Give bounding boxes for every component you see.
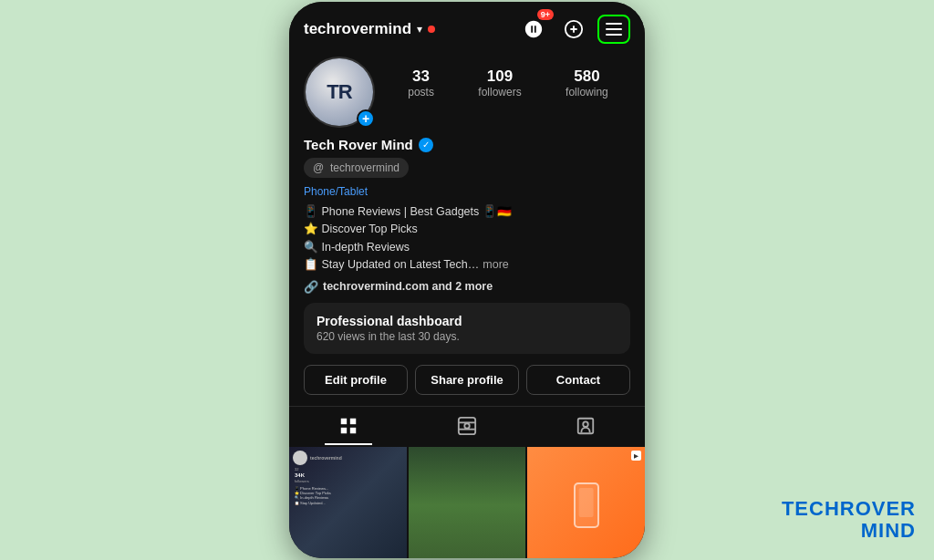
category: Phone/Tablet <box>304 185 630 198</box>
watermark-line1: TECHROVER <box>782 498 916 520</box>
avatar-add-story[interactable]: + <box>357 109 375 128</box>
username-row: techrovermind ▾ <box>304 20 435 38</box>
following-count: 580 <box>566 67 608 86</box>
following-label: following <box>566 86 608 99</box>
posts-label: posts <box>408 86 434 99</box>
posts-grid: techrovermind 32 34K followers 📱 Phone R… <box>289 447 645 559</box>
stat-followers[interactable]: 109 followers <box>478 67 521 99</box>
threads-logo-icon: @ <box>313 161 326 174</box>
dashboard-card[interactable]: Professional dashboard 620 views in the … <box>304 303 630 354</box>
website-row: 🔗 techrovermind.com and 2 more <box>304 280 630 294</box>
avatar-container: Drop a thought TR + <box>304 57 375 128</box>
stat-following[interactable]: 580 following <box>566 67 608 99</box>
bio-line-3: 🔍 In-depth Reviews <box>304 239 630 256</box>
content-scroll[interactable]: Drop a thought TR + 33 posts 109 followe… <box>289 53 645 558</box>
post-thumbnail-3[interactable]: ▶ <box>527 447 645 559</box>
share-profile-button[interactable]: Share profile <box>415 365 519 395</box>
svg-rect-4 <box>350 418 356 423</box>
svg-point-8 <box>464 423 470 429</box>
display-name-row: Tech Rover Mind ✓ <box>304 137 630 152</box>
display-name: Tech Rover Mind <box>304 137 413 152</box>
threads-handle-text: techrovermind <box>330 161 400 174</box>
top-bar: techrovermind ▾ 9+ <box>289 2 645 53</box>
svg-rect-6 <box>350 427 356 432</box>
stats-row: 33 posts 109 followers 580 following <box>386 57 630 99</box>
bio-line-2: ⭐ Discover Top Picks <box>304 221 630 238</box>
add-button[interactable] <box>557 13 590 46</box>
tabs-row <box>289 406 645 445</box>
website-text[interactable]: techrovermind.com and 2 more <box>323 280 493 293</box>
dashboard-title: Professional dashboard <box>317 314 617 328</box>
threads-handle[interactable]: @ techrovermind <box>304 158 409 178</box>
phone-frame: techrovermind ▾ 9+ <box>289 2 645 558</box>
live-dot <box>428 26 435 33</box>
bio-more[interactable]: more <box>483 256 508 274</box>
watermark: TECHROVER MIND <box>782 498 916 542</box>
tab-grid[interactable] <box>289 407 408 445</box>
posts-count: 33 <box>408 67 434 86</box>
bio: 📱 Phone Reviews | Best Gadgets 📱🇩🇪 ⭐ Dis… <box>304 203 630 275</box>
post-thumbnail-1[interactable]: techrovermind 32 34K followers 📱 Phone R… <box>289 447 407 559</box>
svg-rect-3 <box>341 418 347 423</box>
followers-label: followers <box>478 86 521 99</box>
post-thumbnail-2[interactable] <box>409 447 526 559</box>
svg-rect-7 <box>459 417 475 433</box>
followers-count: 109 <box>478 67 521 86</box>
menu-button[interactable] <box>597 15 630 44</box>
edit-profile-button[interactable]: Edit profile <box>304 365 408 395</box>
svg-point-12 <box>583 421 588 427</box>
bio-line-4: 📋 Stay Updated on Latest Tech… more <box>304 256 630 274</box>
watermark-line2: MIND <box>782 520 916 542</box>
top-icons: 9+ <box>517 13 630 46</box>
verified-badge: ✓ <box>419 138 433 152</box>
dropdown-icon[interactable]: ▾ <box>417 23 422 36</box>
stat-posts[interactable]: 33 posts <box>408 67 434 99</box>
threads-button[interactable]: 9+ <box>517 13 550 46</box>
tab-tagged[interactable] <box>526 407 645 445</box>
username: techrovermind <box>304 20 411 38</box>
dashboard-subtitle: 620 views in the last 30 days. <box>317 330 617 343</box>
contact-button[interactable]: Contact <box>526 365 630 395</box>
tab-reels[interactable] <box>408 407 526 445</box>
profile-top: Drop a thought TR + 33 posts 109 followe… <box>304 57 630 128</box>
link-icon: 🔗 <box>304 280 318 294</box>
action-buttons: Edit profile Share profile Contact <box>304 365 630 395</box>
hamburger-icon <box>606 23 622 36</box>
phone-silhouette <box>574 482 599 528</box>
notification-badge: 9+ <box>537 9 554 20</box>
profile-section: Drop a thought TR + 33 posts 109 followe… <box>289 53 645 395</box>
svg-rect-5 <box>341 427 347 432</box>
bio-line-1: 📱 Phone Reviews | Best Gadgets 📱🇩🇪 <box>304 203 630 221</box>
